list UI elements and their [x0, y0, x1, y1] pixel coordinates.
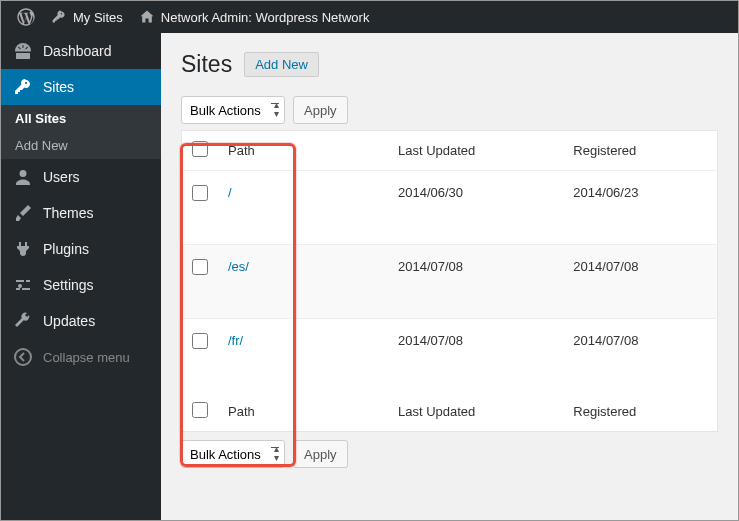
menu-themes-label: Themes — [43, 205, 94, 221]
add-new-button[interactable]: Add New — [244, 52, 319, 77]
key-icon — [13, 77, 33, 97]
home-icon — [139, 9, 155, 25]
menu-dashboard[interactable]: Dashboard — [1, 33, 161, 69]
admin-bar: My Sites Network Admin: Wordpress Networ… — [1, 1, 738, 33]
page-title: Sites — [181, 51, 232, 78]
brush-icon — [13, 203, 33, 223]
table-row: /es/2014/07/082014/07/08 — [182, 245, 718, 319]
network-admin-link[interactable]: Network Admin: Wordpress Network — [131, 1, 378, 33]
table-row: /2014/06/302014/06/23 — [182, 171, 718, 245]
site-path-link[interactable]: /es/ — [228, 259, 249, 274]
svg-point-0 — [15, 349, 31, 365]
menu-plugins-label: Plugins — [43, 241, 89, 257]
table-header-row: Path Last Updated Registered — [182, 131, 718, 171]
sliders-icon — [13, 275, 33, 295]
row-checkbox[interactable] — [192, 259, 208, 275]
apply-button-bottom[interactable]: Apply — [293, 440, 348, 468]
col-path-footer[interactable]: Path — [218, 392, 388, 432]
admin-sidebar: Dashboard Sites All Sites Add New Users … — [1, 33, 161, 520]
menu-updates[interactable]: Updates — [1, 303, 161, 339]
apply-button[interactable]: Apply — [293, 96, 348, 124]
plug-icon — [13, 239, 33, 259]
menu-dashboard-label: Dashboard — [43, 43, 112, 59]
row-checkbox[interactable] — [192, 333, 208, 349]
select-all-checkbox[interactable] — [192, 141, 208, 157]
bulk-actions-wrapper-bottom: Bulk Actions ▴▾ — [181, 440, 285, 468]
menu-settings[interactable]: Settings — [1, 267, 161, 303]
my-sites-link[interactable]: My Sites — [43, 1, 131, 33]
users-icon — [13, 167, 33, 187]
wrench-icon — [13, 311, 33, 331]
select-all-checkbox-footer[interactable] — [192, 402, 208, 418]
collapse-menu-label: Collapse menu — [43, 350, 130, 365]
submenu-add-new[interactable]: Add New — [1, 132, 161, 159]
menu-sites[interactable]: Sites — [1, 69, 161, 105]
my-sites-label: My Sites — [73, 10, 123, 25]
wordpress-icon — [17, 8, 35, 26]
table-row: /fr/2014/07/082014/07/08 — [182, 319, 718, 393]
col-registered-header[interactable]: Registered — [563, 131, 717, 171]
col-last-updated-header[interactable]: Last Updated — [388, 131, 563, 171]
site-last-updated: 2014/07/08 — [388, 245, 563, 319]
row-checkbox[interactable] — [192, 185, 208, 201]
site-registered: 2014/06/23 — [563, 171, 717, 245]
menu-sites-label: Sites — [43, 79, 74, 95]
wp-logo[interactable] — [9, 1, 43, 33]
collapse-icon — [13, 347, 33, 367]
dashboard-icon — [13, 41, 33, 61]
site-last-updated: 2014/06/30 — [388, 171, 563, 245]
bulk-actions-select-bottom[interactable]: Bulk Actions — [181, 440, 285, 468]
bulk-actions-top: Bulk Actions ▴▾ Apply — [181, 96, 718, 124]
col-last-updated-footer[interactable]: Last Updated — [388, 392, 563, 432]
page-header: Sites Add New — [181, 51, 718, 78]
bulk-actions-wrapper: Bulk Actions ▴▾ — [181, 96, 285, 124]
menu-themes[interactable]: Themes — [1, 195, 161, 231]
menu-updates-label: Updates — [43, 313, 95, 329]
table-footer-row: Path Last Updated Registered — [182, 392, 718, 432]
key-icon — [51, 9, 67, 25]
network-admin-label: Network Admin: Wordpress Network — [161, 10, 370, 25]
col-registered-footer[interactable]: Registered — [563, 392, 717, 432]
site-registered: 2014/07/08 — [563, 245, 717, 319]
menu-plugins[interactable]: Plugins — [1, 231, 161, 267]
bulk-actions-select[interactable]: Bulk Actions — [181, 96, 285, 124]
col-path-header[interactable]: Path — [218, 131, 388, 171]
menu-settings-label: Settings — [43, 277, 94, 293]
site-path-link[interactable]: /fr/ — [228, 333, 243, 348]
menu-users[interactable]: Users — [1, 159, 161, 195]
site-registered: 2014/07/08 — [563, 319, 717, 393]
site-last-updated: 2014/07/08 — [388, 319, 563, 393]
sites-table: Path Last Updated Registered /2014/06/30… — [181, 130, 718, 432]
collapse-menu[interactable]: Collapse menu — [1, 339, 161, 375]
menu-users-label: Users — [43, 169, 80, 185]
content-area: Sites Add New Bulk Actions ▴▾ Apply Path… — [161, 33, 738, 520]
submenu-sites: All Sites Add New — [1, 105, 161, 159]
submenu-all-sites[interactable]: All Sites — [1, 105, 161, 132]
bulk-actions-bottom: Bulk Actions ▴▾ Apply — [181, 440, 718, 468]
site-path-link[interactable]: / — [228, 185, 232, 200]
